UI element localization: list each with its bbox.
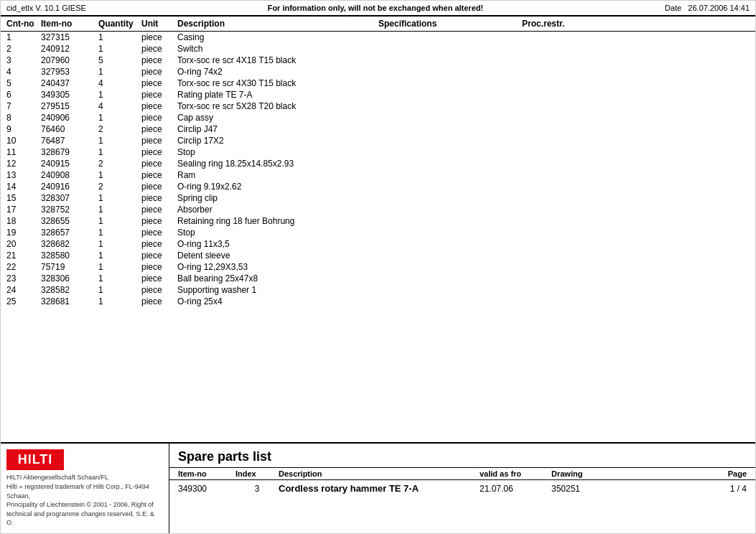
part-unit: piece [141, 101, 177, 111]
col-header-unit: Unit [141, 19, 177, 29]
part-unit: piece [141, 124, 177, 134]
part-unit: piece [141, 228, 177, 238]
part-unit: piece [141, 239, 177, 249]
header-center: For information only, will not be exchan… [86, 4, 665, 12]
part-qty: 1 [98, 262, 141, 272]
part-cnt: 6 [6, 90, 41, 100]
part-qty: 1 [98, 205, 141, 215]
part-desc: Rating plate TE 7-A [177, 90, 378, 100]
part-desc: Spring clip [177, 193, 378, 203]
part-item: 75719 [41, 262, 98, 272]
part-cnt: 17 [6, 205, 41, 215]
part-desc: O-ring 11x3,5 [177, 239, 378, 249]
part-cnt: 8 [6, 113, 41, 123]
part-qty: 1 [98, 296, 141, 306]
part-qty: 4 [98, 101, 141, 111]
part-cnt: 15 [6, 193, 41, 203]
part-item: 328682 [41, 239, 98, 249]
part-cnt: 4 [6, 67, 41, 77]
part-desc: Ball bearing 25x47x8 [177, 273, 378, 284]
part-cnt: 22 [6, 262, 41, 272]
part-unit: piece [141, 216, 177, 226]
part-qty: 1 [98, 170, 141, 180]
part-cnt: 5 [6, 78, 41, 88]
part-desc: Retaining ring 18 fuer Bohrung [177, 216, 378, 226]
part-cnt: 1 [6, 32, 41, 42]
top-header: cid_etlx V. 10.1 GIESE For information o… [1, 1, 755, 17]
footer-col-index: Index [235, 469, 279, 478]
part-item: 76487 [41, 136, 98, 146]
footer-col-desc: Description [279, 469, 480, 478]
part-qty: 5 [98, 55, 141, 65]
part-item: 328752 [41, 205, 98, 215]
part-desc: Switch [177, 44, 378, 54]
part-cnt: 2 [6, 44, 41, 54]
part-qty: 1 [98, 250, 141, 261]
part-qty: 1 [98, 285, 141, 295]
part-qty: 1 [98, 67, 141, 77]
table-row: 14 240916 2 piece O-ring 9.19x2.62 [6, 181, 750, 192]
table-row: 23 328306 1 piece Ball bearing 25x47x8 [6, 273, 750, 284]
part-unit: piece [141, 273, 177, 284]
part-cnt: 19 [6, 228, 41, 238]
part-cnt: 20 [6, 239, 41, 249]
part-qty: 2 [98, 159, 141, 169]
part-unit: piece [141, 32, 177, 42]
col-header-desc: Description [177, 19, 378, 29]
part-qty: 4 [98, 78, 141, 88]
part-unit: piece [141, 44, 177, 54]
footer-data-itemno: 349300 [178, 484, 235, 494]
part-cnt: 3 [6, 55, 41, 65]
part-unit: piece [141, 205, 177, 215]
part-item: 76460 [41, 124, 98, 134]
table-row: 2 240912 1 piece Switch [6, 43, 750, 55]
part-desc: O-ring 9.19x2.62 [177, 182, 378, 192]
part-qty: 2 [98, 182, 141, 192]
part-unit: piece [141, 136, 177, 146]
table-row: 25 328681 1 piece O-ring 25x4 [6, 296, 750, 307]
company-note2: Principality of Liechtenstein © 2001 - 2… [6, 500, 163, 510]
part-qty: 1 [98, 90, 141, 100]
part-desc: Stop [177, 228, 378, 238]
table-row: 19 328657 1 piece Stop [6, 227, 750, 238]
part-cnt: 7 [6, 101, 41, 111]
footer-data-desc: Cordless rotary hammer TE 7-A [279, 483, 480, 494]
table-row: 1 327315 1 piece Casing [6, 32, 750, 43]
col-header-cnt: Cnt-no [6, 19, 41, 29]
table-row: 15 328307 1 piece Spring clip [6, 192, 750, 204]
column-headers: Cnt-no Item-no Quantity Unit Description… [1, 17, 755, 32]
page: cid_etlx V. 10.1 GIESE For information o… [0, 0, 756, 534]
part-desc: O-ring 25x4 [177, 296, 378, 306]
part-item: 328679 [41, 147, 98, 157]
part-qty: 1 [98, 228, 141, 238]
footer-data-drawing: 350251 [551, 484, 623, 494]
footer-company: HILTI Aktiengesellschaft Schaan/FL Hilti… [6, 473, 163, 528]
table-row: 12 240915 2 piece Sealing ring 18.25x14.… [6, 158, 750, 169]
part-item: 240437 [41, 78, 98, 88]
part-qty: 2 [98, 124, 141, 134]
col-header-spec: Specifications [378, 19, 522, 29]
table-row: 8 240906 1 piece Cap assy [6, 112, 750, 123]
part-item: 327953 [41, 67, 98, 77]
part-unit: piece [141, 262, 177, 272]
part-item: 328580 [41, 250, 98, 261]
footer-col-drawing: Drawing [551, 469, 623, 478]
col-header-item: Item-no [41, 19, 98, 29]
part-desc: Torx-soc re scr 4X30 T15 black [177, 78, 378, 88]
table-row: 18 328655 1 piece Retaining ring 18 fuer… [6, 215, 750, 227]
part-desc: Absorber [177, 205, 378, 215]
footer: HILTI HILTI Aktiengesellschaft Schaan/FL… [1, 442, 755, 533]
part-desc: Stop [177, 147, 378, 157]
part-unit: piece [141, 147, 177, 157]
part-qty: 1 [98, 147, 141, 157]
part-unit: piece [141, 285, 177, 295]
part-desc: Cap assy [177, 113, 378, 123]
part-desc: O-ring 74x2 [177, 67, 378, 77]
table-row: 21 328580 1 piece Detent sleeve [6, 250, 750, 261]
part-qty: 1 [98, 193, 141, 203]
part-item: 328657 [41, 228, 98, 238]
part-qty: 1 [98, 136, 141, 146]
part-item: 240912 [41, 44, 98, 54]
table-row: 13 240908 1 piece Ram [6, 169, 750, 181]
part-unit: piece [141, 250, 177, 261]
